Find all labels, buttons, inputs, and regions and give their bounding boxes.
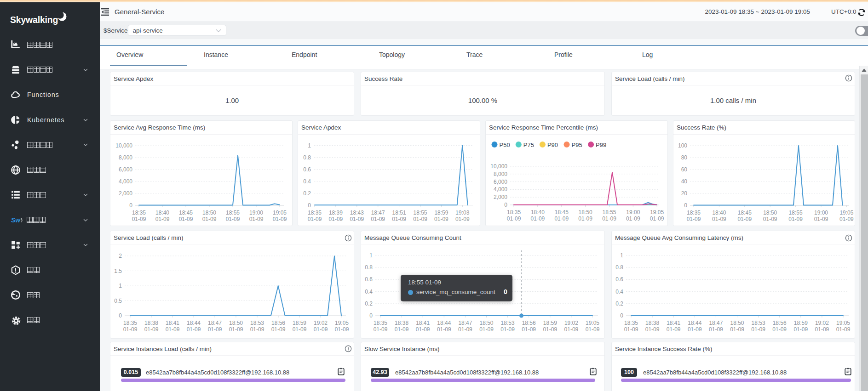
svg-text:01-09: 01-09	[308, 216, 322, 222]
svg-text:01-09: 01-09	[522, 326, 536, 333]
svg-text:01-09: 01-09	[531, 215, 545, 222]
svg-text:01-09: 01-09	[730, 326, 744, 333]
svg-text:01-09: 01-09	[586, 326, 600, 333]
svg-text:01-09: 01-09	[815, 326, 829, 333]
svg-text:19:05: 19:05	[839, 210, 853, 216]
svg-text:01-09: 01-09	[229, 326, 243, 333]
svg-text:2,000: 2,000	[494, 194, 507, 200]
svg-text:01-09: 01-09	[329, 216, 343, 222]
svg-text:18:38: 18:38	[395, 320, 408, 326]
svg-text:01-09: 01-09	[667, 326, 681, 333]
svg-text:01-09: 01-09	[437, 326, 451, 333]
svg-text:01-09: 01-09	[650, 215, 664, 222]
svg-text:18:35: 18:35	[123, 320, 137, 326]
svg-text:0: 0	[129, 202, 132, 209]
svg-text:0: 0	[308, 202, 311, 209]
svg-text:1: 1	[119, 283, 122, 289]
svg-text:0.2: 0.2	[365, 300, 373, 307]
svg-text:18:35: 18:35	[374, 320, 387, 326]
svg-text:01-09: 01-09	[208, 326, 222, 333]
svg-text:18:47: 18:47	[371, 210, 385, 216]
svg-text:18:56: 18:56	[773, 320, 787, 326]
svg-text:2,000: 2,000	[119, 190, 132, 197]
svg-text:18:56: 18:56	[522, 320, 536, 326]
svg-text:18:45: 18:45	[555, 209, 569, 215]
svg-text:01-09: 01-09	[709, 326, 723, 333]
svg-text:01-09: 01-09	[455, 216, 470, 222]
svg-text:18:55: 18:55	[602, 209, 616, 215]
svg-text:18:50: 18:50	[479, 320, 493, 326]
svg-text:0.8: 0.8	[615, 264, 623, 271]
svg-text:18:59: 18:59	[434, 210, 448, 216]
svg-text:18:50: 18:50	[730, 320, 744, 326]
svg-text:P75: P75	[523, 142, 534, 148]
svg-text:18:50: 18:50	[763, 210, 777, 216]
svg-text:18:50: 18:50	[579, 209, 592, 215]
svg-text:20: 20	[681, 190, 688, 197]
svg-text:0: 0	[119, 312, 122, 319]
svg-text:0: 0	[369, 312, 373, 319]
svg-text:01-09: 01-09	[293, 326, 307, 333]
svg-text:18:38: 18:38	[144, 320, 158, 326]
svg-text:18:44: 18:44	[688, 320, 701, 326]
svg-text:8,000: 8,000	[119, 154, 132, 161]
svg-text:18:40: 18:40	[531, 209, 545, 215]
svg-text:01-09: 01-09	[839, 216, 854, 222]
svg-text:01-09: 01-09	[507, 215, 521, 222]
svg-text:18:45: 18:45	[738, 210, 752, 216]
svg-text:1.5: 1.5	[114, 268, 122, 274]
svg-text:100: 100	[678, 142, 687, 149]
svg-text:01-09: 01-09	[836, 326, 851, 333]
svg-text:18:39: 18:39	[329, 210, 343, 216]
svg-text:0: 0	[504, 202, 507, 208]
svg-text:18:50: 18:50	[202, 210, 216, 216]
svg-text:19:05: 19:05	[586, 320, 599, 326]
svg-text:18:45: 18:45	[179, 210, 193, 216]
svg-text:01-09: 01-09	[458, 326, 472, 333]
svg-text:18:44: 18:44	[187, 320, 201, 326]
svg-text:0.4: 0.4	[615, 289, 623, 295]
svg-text:18:38: 18:38	[645, 320, 659, 326]
svg-text:18:50: 18:50	[229, 320, 243, 326]
svg-text:01-09: 01-09	[179, 216, 193, 222]
svg-text:01-09: 01-09	[166, 326, 180, 333]
svg-text:01-09: 01-09	[314, 326, 328, 333]
svg-text:0.6: 0.6	[303, 166, 311, 173]
svg-text:01-09: 01-09	[500, 326, 515, 333]
svg-text:19:00: 19:00	[249, 210, 263, 216]
svg-text:18:41: 18:41	[416, 320, 430, 326]
svg-text:0.5: 0.5	[114, 298, 122, 304]
svg-text:P90: P90	[547, 142, 558, 148]
svg-text:18:44: 18:44	[437, 320, 451, 326]
svg-text:0.6: 0.6	[615, 276, 623, 283]
svg-text:18:55: 18:55	[789, 210, 803, 216]
svg-text:01-09: 01-09	[371, 216, 385, 222]
svg-text:01-09: 01-09	[543, 326, 557, 333]
svg-text:18:35: 18:35	[507, 209, 521, 215]
svg-text:01-09: 01-09	[687, 216, 701, 222]
svg-text:01-09: 01-09	[737, 216, 752, 222]
svg-text:01-09: 01-09	[123, 326, 138, 333]
svg-text:P95: P95	[572, 142, 582, 148]
svg-text:18:40: 18:40	[712, 210, 726, 216]
svg-text:01-09: 01-09	[416, 326, 430, 333]
svg-text:10,000: 10,000	[115, 142, 132, 149]
svg-text:18:35: 18:35	[132, 210, 146, 216]
svg-text:19:02: 19:02	[815, 320, 829, 326]
svg-text:60: 60	[681, 166, 688, 173]
svg-text:01-09: 01-09	[712, 216, 726, 222]
svg-text:40: 40	[681, 178, 688, 185]
svg-text:0.2: 0.2	[303, 190, 311, 197]
svg-text:01-09: 01-09	[602, 215, 616, 222]
svg-text:01-09: 01-09	[751, 326, 765, 333]
svg-text:19:00: 19:00	[626, 209, 640, 215]
svg-text:01-09: 01-09	[202, 216, 217, 222]
svg-text:18:53: 18:53	[501, 320, 515, 326]
svg-text:18:47: 18:47	[458, 320, 472, 326]
svg-text:19:05: 19:05	[273, 210, 287, 216]
svg-text:18:35: 18:35	[687, 210, 701, 216]
svg-text:2: 2	[119, 253, 122, 259]
svg-text:0.8: 0.8	[303, 154, 311, 161]
svg-text:19:02: 19:02	[314, 320, 328, 326]
svg-text:18:41: 18:41	[667, 320, 680, 326]
